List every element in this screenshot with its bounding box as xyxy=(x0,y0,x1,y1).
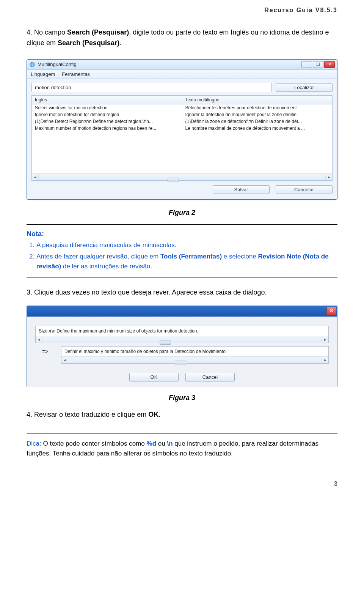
scroll-left-icon[interactable]: ◂ xyxy=(36,337,42,342)
t: Search (Pesquisar) xyxy=(67,28,129,36)
table-row[interactable]: Select windows for motion detection Séle… xyxy=(32,104,332,111)
note-list: A pesquisa diferencia maiúsculas de minú… xyxy=(27,240,337,272)
maximize-button[interactable]: ☐ xyxy=(313,61,323,68)
menu-language[interactable]: Linguagem xyxy=(31,71,55,77)
search-input[interactable]: motion detection xyxy=(31,83,272,92)
doc-header: Recurso Guia V8.5.3 xyxy=(27,0,337,25)
sym-nl: \n xyxy=(167,440,173,447)
table-empty xyxy=(32,132,332,173)
cell-ml: Ignorer la détection de mouvement pour l… xyxy=(182,111,333,118)
t: ou xyxy=(156,440,167,447)
t: 4. No campo xyxy=(27,28,67,36)
window-title: MultilingualConfig xyxy=(38,61,301,67)
scroll-thumb[interactable] xyxy=(168,178,179,182)
multilingual-config-window: MultilingualConfig — ☐ ✕ Linguagem Ferra… xyxy=(27,59,337,200)
t: de ler as instruções de revisão. xyxy=(61,263,152,270)
results-table: Inglês Texto multilíngüe Select windows … xyxy=(31,95,333,181)
scroll-thumb[interactable] xyxy=(175,361,186,365)
menu-tools[interactable]: Ferramentas xyxy=(62,71,90,77)
t: Antes de fazer qualquer revisão, clique … xyxy=(36,253,160,260)
cell-en: Ignore motion detection for defined regi… xyxy=(32,111,182,118)
arrow-indicator: => xyxy=(35,346,56,355)
titlebar: ✕ xyxy=(27,306,337,317)
table-row[interactable]: (1)Define Detect Region:\r\n Define the … xyxy=(32,118,332,125)
source-text-box: Size:\r\n Define the maximun and minimum… xyxy=(35,326,329,343)
close-button[interactable]: ✕ xyxy=(324,61,335,68)
save-button[interactable]: Salvar xyxy=(213,185,270,194)
menubar: Linguagem Ferramentas xyxy=(27,70,337,79)
cell-en: (1)Define Detect Region:\r\n Define the … xyxy=(32,118,182,125)
t: OK xyxy=(148,411,158,418)
t: 4. Revisar o texto traduzido e clique em xyxy=(27,411,148,418)
tip-block: Dica: O texto pode conter símbolos como … xyxy=(27,439,337,459)
step-4: 4. No campo Search (Pesquisar), digite t… xyxy=(27,27,337,49)
scroll-thumb[interactable] xyxy=(160,340,171,345)
figure-2-label: Figura 2 xyxy=(27,209,337,217)
globe-icon xyxy=(29,61,35,68)
step-4b: 4. Revisar o texto traduzido e clique em… xyxy=(27,410,337,420)
scroll-left-icon[interactable]: ◂ xyxy=(32,175,39,180)
source-text: Size:\r\n Define the maximun and minimum… xyxy=(36,326,328,336)
close-button[interactable]: ✕ xyxy=(326,307,336,315)
col-multilingual[interactable]: Texto multilíngüe xyxy=(182,96,333,104)
t: Search (Pesquisar) xyxy=(58,39,119,47)
translate-dialog: ✕ Size:\r\n Define the maximun and minim… xyxy=(27,306,337,387)
scroll-left-icon[interactable]: ◂ xyxy=(61,358,68,362)
h-scrollbar[interactable]: ◂ ▸ xyxy=(32,173,332,180)
target-text[interactable]: Definir el máximo y mínimo tamaño de obj… xyxy=(61,347,328,356)
cell-en: Select windows for motion detection xyxy=(32,104,182,111)
t: O texto pode conter símbolos como xyxy=(41,440,147,447)
cancel-button[interactable]: Cancelar xyxy=(276,185,333,194)
col-english[interactable]: Inglês xyxy=(32,96,182,104)
cancel-button[interactable]: Cancel xyxy=(185,373,235,381)
scroll-right-icon[interactable]: ▸ xyxy=(325,175,332,180)
cell-ml: (1)Définir la zone de détection:\r\n Déf… xyxy=(182,118,333,125)
sym-pd: %d xyxy=(147,440,157,447)
table-row[interactable]: Ignore motion detection for defined regi… xyxy=(32,111,332,118)
scroll-right-icon[interactable]: ▸ xyxy=(322,358,328,362)
cell-ml: Sélectionner les fenêtres pour détection… xyxy=(182,104,333,111)
step-3: 3. Clique duas vezes no texto que deseja… xyxy=(27,287,337,298)
note-item-2: Antes de fazer qualquer revisão, clique … xyxy=(36,252,337,272)
minimize-button[interactable]: — xyxy=(301,61,312,68)
target-text-box[interactable]: Definir el máximo y mínimo tamaño de obj… xyxy=(61,346,329,364)
table-row[interactable]: Maximum number of motion detection regio… xyxy=(32,125,332,132)
t: e selecione xyxy=(222,253,258,260)
note-item-1: A pesquisa diferencia maiúsculas de minú… xyxy=(36,240,337,250)
t: Tools (Ferramentas) xyxy=(160,253,222,260)
ok-button[interactable]: OK xyxy=(129,373,179,381)
scroll-right-icon[interactable]: ▸ xyxy=(322,337,328,342)
t: . xyxy=(119,39,121,47)
t: . xyxy=(158,411,160,418)
tip-label: Dica: xyxy=(27,440,41,447)
h-scrollbar[interactable]: ◂ ▸ xyxy=(61,356,328,363)
figure-3-label: Figura 3 xyxy=(27,394,337,402)
h-scrollbar[interactable]: ◂ ▸ xyxy=(36,336,328,343)
note-heading: Nota: xyxy=(27,230,337,238)
cell-en: Maximum number of motion detection regio… xyxy=(32,125,182,132)
page-number: 3 xyxy=(27,470,337,488)
cell-ml: Le nombre maximal de zones de détection … xyxy=(182,125,333,132)
search-button[interactable]: Localizar xyxy=(276,83,333,92)
titlebar: MultilingualConfig — ☐ ✕ xyxy=(27,60,337,70)
